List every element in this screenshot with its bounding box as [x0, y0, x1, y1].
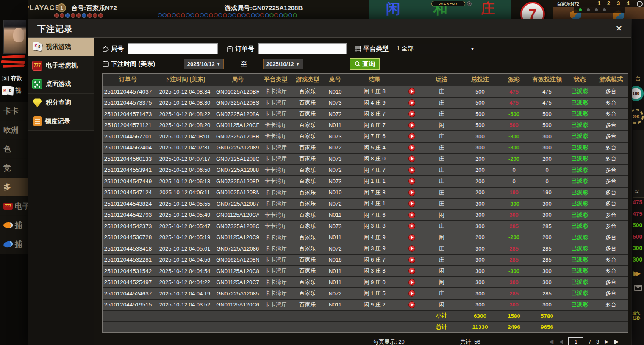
cell-total: 300 [461, 212, 499, 218]
cell-round: GN07225A12086 [216, 246, 259, 252]
bead-ring-icon [283, 13, 288, 17]
first-page-icon[interactable]: ◀◀ [549, 339, 553, 345]
bead-ring-icon [223, 13, 227, 17]
order-filter-label: 订单号 [235, 45, 254, 53]
result-detail-play-icon[interactable] [408, 223, 415, 229]
cell-payout: -300 [499, 133, 529, 140]
sidebar-game-item-7[interactable]: 捕 [0, 235, 28, 254]
fast-forward-icon[interactable]: ▶▶ [633, 270, 638, 277]
platform-select[interactable]: 1.全部 ▼ [393, 44, 478, 54]
video-table-title: 百家乐N72 [557, 1, 579, 7]
result-detail-play-icon[interactable] [408, 144, 415, 151]
bet-zone-banker[interactable]: 庄 [480, 0, 495, 17]
bead-ring-icon [288, 13, 292, 17]
mail-icon[interactable] [634, 285, 642, 291]
screen: PLAYACE 1 台号:百家乐N72 游戏局号:GN07225A1208B 闲… [0, 0, 644, 345]
chevron-down-icon: ▼ [296, 62, 300, 66]
bead-icon [98, 13, 103, 18]
tab-slot-machines[interactable]: 777 电子老虎机 [28, 56, 94, 75]
gem-icon [32, 98, 42, 108]
seat-dot-icon [603, 8, 606, 11]
result-detail-play-icon[interactable] [408, 133, 415, 140]
cell-table_no: N073 [323, 178, 347, 185]
cell-valid: 0 [529, 167, 565, 173]
next-page-icon[interactable]: ▶ [605, 339, 608, 345]
cell-game: 百家乐 [292, 222, 323, 230]
result-detail-play-icon[interactable] [408, 234, 415, 241]
tab-table-games[interactable]: 桌面游戏 [28, 75, 94, 94]
avatar[interactable] [3, 20, 26, 54]
result-detail-play-icon[interactable] [408, 279, 415, 286]
cell-result: 闲 4 庄 1 [347, 200, 402, 207]
order-input[interactable] [258, 43, 347, 54]
cell-play: 庄 [422, 166, 461, 174]
platform-select-value: 1.全部 [397, 45, 414, 52]
sidebar-game-item-1[interactable]: 欧洲 [0, 121, 28, 140]
result-detail-play-icon[interactable] [408, 257, 415, 263]
cell-valid: 190 [529, 189, 565, 196]
tab-live-video-games[interactable]: K9 视讯游戏 [28, 38, 94, 56]
cell-game: 百家乐 [292, 110, 323, 118]
table-row: 2510120445315422025-10-12 04:04:54GN0112… [103, 265, 628, 276]
right-game-strip: 台 100 50K ≋ 475475500500300300 ▶▶ 玩气注称 [631, 19, 644, 345]
page-input[interactable] [568, 337, 583, 345]
bead-icon [65, 13, 70, 18]
bead-icon [54, 13, 59, 18]
sidebar-game-item-6[interactable]: 捕 [0, 216, 28, 235]
chip-100-icon[interactable]: 100 [631, 86, 644, 101]
result-detail-play-icon[interactable] [408, 99, 415, 106]
cell-payout: 475 [499, 88, 529, 95]
result-detail-play-icon[interactable] [408, 200, 415, 207]
close-icon[interactable]: ✕ [613, 23, 625, 35]
result-detail-play-icon[interactable] [408, 290, 415, 297]
result-detail-play-icon[interactable] [408, 178, 415, 185]
result-detail-play-icon[interactable] [408, 245, 415, 252]
chip-50k-icon[interactable]: 50K [631, 109, 644, 124]
result-detail-play-icon[interactable] [408, 110, 415, 117]
result-detail-play-icon[interactable] [408, 301, 415, 308]
result-detail-play-icon[interactable] [408, 212, 415, 218]
tab-credit-records[interactable]: 额度记录 [28, 112, 94, 131]
game-item-label: 卡卡 [3, 106, 19, 116]
sidebar-item-live-games[interactable]: K 9 视 [2, 86, 21, 95]
bet-zone-player[interactable]: 闲 [386, 0, 400, 17]
date-from-dropdown[interactable]: 2025/10/12 ▼ [184, 59, 224, 69]
result-detail-play-icon[interactable] [408, 268, 415, 274]
cell-valid: 285 [529, 290, 565, 297]
cell-game: 百家乐 [292, 301, 323, 309]
cell-valid: 0 [529, 178, 565, 185]
sidebar-game-item-0[interactable]: 卡卡 [0, 102, 28, 121]
result-detail-play-icon[interactable] [408, 88, 415, 95]
clipboard-icon [226, 45, 233, 52]
cell-status: 已派彩 [565, 245, 594, 252]
result-detail-play-icon[interactable] [408, 189, 415, 196]
cell-time: 2025-10-12 04:05:55 [153, 201, 216, 207]
result-detail-play-icon[interactable] [408, 155, 415, 162]
bead-ring-icon [181, 13, 185, 17]
camera-toggle-icon[interactable] [637, 1, 643, 7]
cell-total: 500 [461, 111, 499, 117]
prev-page-icon[interactable]: ◀ [559, 339, 563, 345]
column-header: 派彩 [499, 76, 529, 83]
cell-total: 500 [461, 88, 499, 95]
cell-valid: 500 [529, 122, 565, 128]
search-button[interactable]: 查询 [350, 58, 380, 70]
date-to-dropdown[interactable]: 2025/10/12 ▼ [263, 59, 303, 69]
cell-order: 251012044560133 [103, 156, 153, 162]
sidebar-game-item-5[interactable]: 777电子 [0, 197, 28, 216]
sidebar-game-item-4[interactable]: 多 [0, 178, 28, 197]
result-detail-play-icon[interactable] [408, 167, 415, 174]
round-input[interactable] [128, 43, 218, 54]
tab-points-query[interactable]: 积分查询 [28, 94, 94, 112]
last-page-icon[interactable]: ▶▶ [614, 339, 619, 345]
cell-total: 200 [461, 234, 499, 240]
cell-payout: 475 [499, 99, 529, 106]
result-detail-play-icon[interactable] [408, 122, 415, 129]
cell-round: GN07325A1208Q [216, 156, 259, 162]
right-partial-label: 台 [635, 75, 641, 83]
cell-game: 百家乐 [292, 99, 323, 107]
sidebar-item-deposit[interactable]: $ 存款 [2, 75, 22, 82]
cell-time: 2025-10-12 04:05:01 [153, 246, 216, 252]
sidebar-game-item-3[interactable]: 竞 [0, 159, 28, 178]
sidebar-game-item-2[interactable]: 色 [0, 140, 28, 159]
